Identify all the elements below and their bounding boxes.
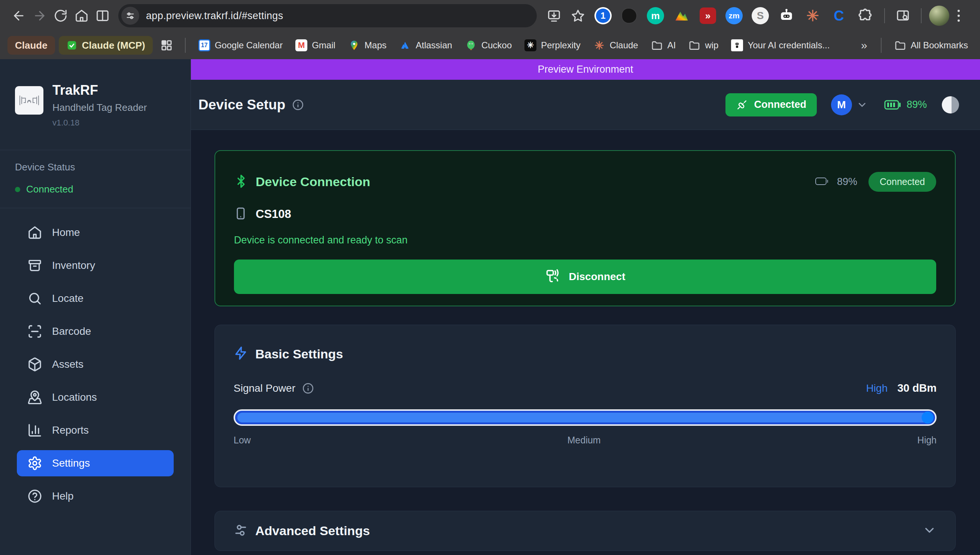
sidebar-item-settings[interactable]: Settings [17, 450, 174, 476]
bookmarks-separator [185, 38, 186, 53]
robot-extension-icon[interactable] [775, 4, 798, 27]
maps-pin-icon [348, 39, 360, 51]
home-icon [27, 225, 42, 240]
bookmark-gmail[interactable]: M Gmail [291, 39, 340, 51]
signal-power-info-icon[interactable] [302, 382, 314, 395]
expand-chevron-down-icon[interactable] [922, 523, 937, 539]
monday-extension-icon[interactable]: m [644, 4, 667, 27]
header-right: Connected M 89% [725, 93, 959, 117]
disconnect-button[interactable]: Disconnect [234, 260, 936, 294]
browser-chrome: app.preview.trakrf.id/#settings 1 [0, 0, 980, 59]
bookmark-google-calendar[interactable]: 17 Google Calendar [194, 39, 287, 51]
c-swirl-extension-icon[interactable]: C [827, 4, 850, 27]
extensions-puzzle-icon[interactable] [853, 4, 877, 27]
avatar-chevron-down-icon[interactable] [857, 99, 868, 111]
sidebar-item-locations[interactable]: Locations [17, 384, 174, 411]
sidebar-item-barcode[interactable]: Barcode [17, 318, 174, 345]
theme-toggle-moon-icon[interactable] [942, 96, 959, 114]
bookmark-atlassian[interactable]: Atlassian [395, 39, 457, 51]
google-calendar-icon: 17 [199, 39, 210, 51]
all-bookmarks-label: All Bookmarks [911, 40, 968, 51]
back-icon[interactable] [8, 5, 29, 26]
mountain-extension-icon[interactable] [670, 4, 693, 27]
bookmark-folder-ai[interactable]: AI [647, 39, 681, 51]
gmail-icon: M [295, 39, 307, 51]
advanced-settings-card[interactable]: Advanced Settings [215, 511, 956, 551]
sidebar-item-label: Inventory [52, 260, 95, 271]
bookmark-claude[interactable]: ✳ Claude [589, 39, 643, 51]
sidebar-item-locate[interactable]: Locate [17, 286, 174, 311]
onepassword-glyph: 1 [596, 9, 610, 23]
sidebar-item-label: Barcode [52, 326, 91, 337]
advanced-settings-title: Advanced Settings [255, 523, 370, 538]
bookmarks-separator-2 [881, 38, 882, 53]
disconnect-label: Disconnect [569, 271, 626, 283]
device-status-badge: Connected [868, 172, 936, 192]
forward-icon[interactable] [29, 5, 50, 26]
tab-group-claude[interactable]: Claude [8, 36, 55, 55]
connection-status-button[interactable]: Connected [725, 93, 817, 117]
toolbar-separator [884, 8, 885, 23]
sidebar-item-help[interactable]: Help [17, 483, 174, 509]
tab-group-claude-mcp-label: Claude (MCP) [82, 40, 145, 51]
slider-thumb[interactable] [922, 412, 934, 423]
zoom-extension-icon[interactable]: zm [722, 4, 746, 27]
toolbar-separator-2 [921, 8, 922, 23]
search-icon [27, 291, 42, 306]
device-name: CS108 [256, 207, 291, 221]
bookmark-perplexity[interactable]: ✳ Perplexity [520, 39, 585, 51]
toolbar-right: 1 m [543, 4, 965, 27]
zoom-glyph: zm [725, 7, 743, 24]
sidebar-item-label: Locate [52, 292, 83, 305]
url-bar[interactable]: app.preview.trakrf.id/#settings [118, 4, 537, 27]
bookmark-star-icon[interactable] [567, 5, 588, 26]
browser-window: app.preview.trakrf.id/#settings 1 [0, 0, 980, 555]
signal-power-value: 30 dBm [897, 382, 937, 395]
status-dot [15, 187, 20, 192]
bookmark-maps[interactable]: Maps [344, 39, 391, 51]
install-app-icon[interactable] [543, 5, 565, 26]
reload-icon[interactable] [50, 5, 71, 26]
signal-power-slider[interactable] [234, 409, 937, 426]
home-icon[interactable] [71, 5, 92, 26]
package-icon [27, 258, 42, 273]
sidebar-item-assets[interactable]: Assets [17, 351, 174, 377]
slider-max-label: High [918, 435, 937, 446]
help-circle-icon [27, 489, 42, 504]
dark-blob-extension-icon[interactable] [618, 4, 641, 27]
tab-groups-grid-icon[interactable] [157, 34, 177, 57]
bookmark-folder-wip[interactable]: wip [684, 39, 723, 51]
device-connection-title: Device Connection [256, 175, 370, 189]
bookmark-cuckoo[interactable]: Cuckoo [460, 39, 516, 51]
claude-extension-icon[interactable]: ✳ [801, 4, 824, 27]
sidebar-item-label: Help [52, 490, 74, 502]
copilot-glyph: C [834, 8, 844, 24]
basic-settings-card: Basic Settings Signal Power High 30 dBm [215, 325, 956, 487]
sidebar-item-inventory[interactable]: Inventory [17, 252, 174, 279]
page-title: Device Setup [199, 97, 285, 113]
cube-icon [27, 357, 42, 372]
user-avatar[interactable]: M [831, 95, 852, 115]
sliders-icon [234, 523, 248, 539]
bookmark-label: wip [705, 40, 718, 51]
s-extension-icon[interactable]: S [749, 4, 772, 27]
profile-avatar[interactable] [929, 6, 949, 26]
tab-group-claude-mcp[interactable]: Claude (MCP) [59, 36, 153, 55]
page-title-info-icon[interactable] [292, 99, 304, 111]
bookmark-label: Your AI credentials... [748, 40, 829, 51]
bookmark-label: Google Calendar [215, 40, 283, 51]
all-bookmarks[interactable]: All Bookmarks [890, 39, 972, 51]
browser-menu-icon[interactable] [952, 10, 965, 22]
sidebar-item-reports[interactable]: Reports [17, 417, 174, 443]
bookmark-ai-credentials[interactable]: Your AI credentials... [727, 39, 834, 51]
bookmarks-overflow-chevron[interactable]: » [856, 39, 873, 52]
split-view-icon[interactable] [92, 5, 113, 26]
scan-icon [27, 324, 42, 339]
sidebar-item-label: Assets [52, 358, 83, 371]
header-battery: 89% [884, 99, 927, 111]
side-panel-search-icon[interactable] [892, 5, 913, 26]
sidebar-item-home[interactable]: Home [17, 220, 174, 245]
onepassword-extension-icon[interactable]: 1 [591, 4, 615, 27]
site-settings-icon[interactable] [121, 7, 139, 25]
red-forward-extension-icon[interactable]: » [696, 4, 719, 27]
